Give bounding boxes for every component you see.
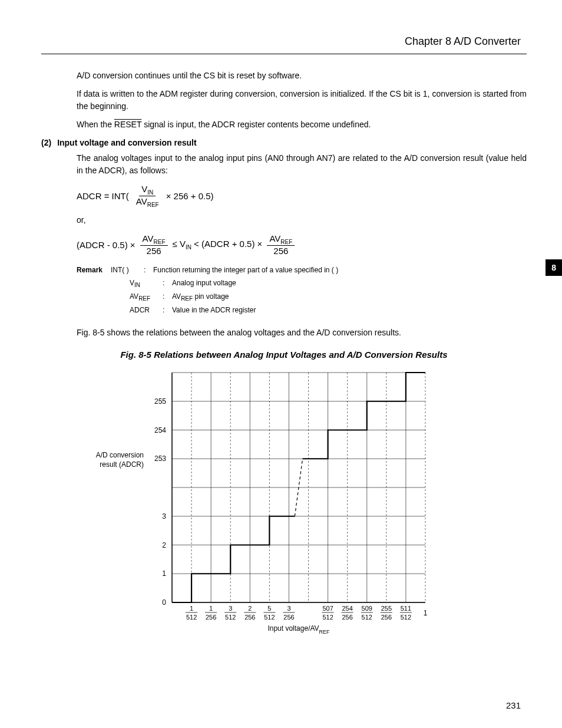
f2-num2-sub: REF <box>280 239 292 245</box>
f2-a: (ADCR - 0.5) × <box>77 240 135 250</box>
remark-label: Remark <box>77 264 106 277</box>
section-number: (2) <box>41 138 51 147</box>
svg-text:256: 256 <box>206 614 216 621</box>
f2-c: < (ADCR + 0.5) × <box>191 239 262 249</box>
formula-1: ADCR = INT( VIN AVREF × 256 + 0.5) <box>77 184 527 208</box>
section-2-heading: (2) Input voltage and conversion result <box>41 138 527 147</box>
figure-caption: Fig. 8-5 Relations between Analog Input … <box>41 350 527 360</box>
remark-term-1: INT( ) <box>111 264 139 277</box>
paragraph-2: If data is written to the ADM register d… <box>77 88 527 113</box>
svg-text:A/D conversion: A/D conversion <box>96 451 144 459</box>
svg-text:2: 2 <box>248 605 252 612</box>
svg-text:1: 1 <box>424 609 428 617</box>
svg-text:254: 254 <box>342 605 353 612</box>
remark-desc-3: AVREF pin voltage <box>172 291 229 304</box>
paragraph-1: A/D conversion continues until the CS bi… <box>77 70 527 82</box>
remark-term-4: ADCR <box>130 304 158 317</box>
paragraph-4: The analog voltages input to the analog … <box>77 152 527 177</box>
reset-signal: RESET <box>114 120 141 129</box>
f2-den1: 256 <box>144 246 164 256</box>
svg-text:256: 256 <box>381 614 392 621</box>
svg-text:1: 1 <box>162 569 166 578</box>
f1-tail: × 256 + 0.5) <box>166 191 214 201</box>
svg-text:512: 512 <box>186 614 197 621</box>
svg-text:3: 3 <box>162 512 166 521</box>
svg-text:255: 255 <box>154 397 166 406</box>
remark-block: Remark INT( ) : Function returning the i… <box>77 264 527 317</box>
svg-text:512: 512 <box>264 614 275 621</box>
remark-desc-4: Value in the ADCR register <box>172 304 256 317</box>
svg-text:512: 512 <box>322 614 333 621</box>
section-title: Input voltage and conversion result <box>57 138 196 147</box>
remark-c4: : <box>163 304 167 317</box>
remark-term-2: VIN <box>130 277 158 291</box>
svg-text:5: 5 <box>267 605 271 612</box>
svg-text:512: 512 <box>362 614 372 621</box>
svg-text:3: 3 <box>287 605 290 612</box>
remark-desc-2: Analog input voltage <box>172 277 236 291</box>
f1-den: AV <box>136 196 147 206</box>
or-text: or, <box>77 214 527 226</box>
svg-text:256: 256 <box>244 614 255 621</box>
f2-frac2: AVREF 256 <box>267 233 295 256</box>
p3-b: signal is input, the ADCR register conte… <box>141 120 371 129</box>
svg-text:result (ADCR): result (ADCR) <box>100 460 144 469</box>
f2-num1: AV <box>143 233 154 243</box>
remark-c1: : <box>144 264 148 277</box>
f1-den-sub: REF <box>147 202 159 208</box>
svg-text:256: 256 <box>342 614 353 621</box>
remark-term-3: AVREF <box>130 291 158 304</box>
chart-container: 0123253254255A/D conversionresult (ADCR)… <box>41 367 527 650</box>
step-chart: 0123253254255A/D conversionresult (ADCR)… <box>84 367 484 650</box>
svg-text:Input voltage/AVREF: Input voltage/AVREF <box>267 624 330 635</box>
p3-a: When the <box>77 120 114 129</box>
remark-desc-1: Function returning the integer part of a… <box>153 264 338 277</box>
f2-num1-sub: REF <box>154 239 166 245</box>
chapter-tab: 8 <box>546 259 562 276</box>
svg-text:512: 512 <box>401 614 411 621</box>
formula-2: (ADCR - 0.5) × AVREF 256 ≤ VIN < (ADCR +… <box>77 233 527 256</box>
svg-text:2: 2 <box>162 541 166 549</box>
svg-text:255: 255 <box>381 605 392 612</box>
header-rule <box>41 54 527 54</box>
remark-c3: : <box>163 291 167 304</box>
f2-frac1: AVREF 256 <box>140 233 168 256</box>
f2-b: ≤ V <box>173 239 186 249</box>
svg-text:3: 3 <box>229 605 232 612</box>
paragraph-5: Fig. 8-5 shows the relations between the… <box>77 327 527 339</box>
svg-text:507: 507 <box>322 605 333 612</box>
f1-lhs: ADCR = INT( <box>77 191 129 201</box>
svg-text:509: 509 <box>362 605 372 612</box>
svg-text:511: 511 <box>401 605 411 612</box>
f1-num-sub: IN <box>147 189 153 196</box>
svg-text:0: 0 <box>162 598 166 607</box>
chapter-header: Chapter 8 A/D Converter <box>41 35 527 48</box>
svg-text:253: 253 <box>154 454 166 463</box>
svg-text:256: 256 <box>283 614 294 621</box>
svg-text:1: 1 <box>190 605 193 612</box>
f2-den2: 256 <box>271 246 290 256</box>
svg-text:1: 1 <box>209 605 213 612</box>
remark-c2: : <box>163 277 167 291</box>
f2-b-sub: IN <box>186 244 191 251</box>
page-number: 231 <box>506 700 521 710</box>
svg-text:254: 254 <box>154 426 166 434</box>
f1-fraction: VIN AVREF <box>134 184 161 208</box>
f2-num2: AV <box>269 233 280 243</box>
svg-text:512: 512 <box>225 614 236 621</box>
f1-num: V <box>141 184 147 194</box>
paragraph-3: When the RESET signal is input, the ADCR… <box>77 118 527 131</box>
